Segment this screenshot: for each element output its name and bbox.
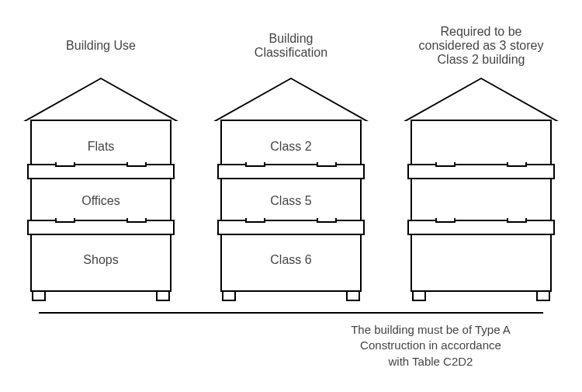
header-classification: Building Classification [255, 23, 327, 68]
floor-use-top: Flats [32, 120, 170, 172]
footnote: The building must be of Type A Construct… [322, 322, 539, 369]
floor-label: Offices [81, 194, 120, 208]
slab-icon [217, 220, 365, 235]
floors-classification: Class 2 Class 5 Class 6 [220, 120, 362, 292]
footnote-line: The building must be of Type A [351, 323, 511, 336]
building-classification: Class 2 Class 5 Class 6 [213, 78, 369, 301]
floor-req-bottom [412, 228, 550, 290]
header-line: Class 2 building [438, 53, 525, 67]
ground-line [39, 312, 543, 314]
slab-icon [27, 164, 175, 179]
floor-req-top [412, 120, 550, 172]
foot-icon [32, 290, 46, 301]
floor-label: Class 6 [270, 253, 311, 267]
roof-icon [213, 78, 369, 121]
feet [217, 290, 365, 301]
foot-icon [222, 290, 236, 301]
header-line: Classification [255, 46, 327, 60]
footnote-line: Construction in accordance [360, 338, 501, 352]
floor-label: Shops [83, 253, 118, 267]
header-line: considered as 3 storey [419, 39, 544, 53]
foot-icon [346, 290, 360, 301]
floor-label: Class 5 [270, 194, 311, 208]
floor-req-middle [412, 172, 550, 228]
floor-class-bottom: Class 6 [222, 228, 360, 290]
floor-use-bottom: Shops [32, 228, 170, 290]
floor-use-middle: Offices [32, 172, 170, 228]
footnote-line: with Table C2D2 [389, 355, 473, 368]
floor-label: Class 2 [270, 140, 311, 154]
diagram-container: Building Use Flats Offices Shops [19, 0, 563, 301]
slab-icon [407, 164, 555, 179]
column-requirement: Required to be considered as 3 storey Cl… [400, 23, 563, 301]
building-use: Flats Offices Shops [23, 78, 178, 301]
floor-class-middle: Class 5 [222, 172, 360, 228]
floor-class-top: Class 2 [222, 120, 360, 172]
foot-icon [536, 290, 550, 301]
column-building-use: Building Use Flats Offices Shops [19, 23, 182, 301]
header-requirement: Required to be considered as 3 storey Cl… [419, 23, 544, 68]
slab-icon [27, 220, 175, 235]
columns-row: Building Use Flats Offices Shops [19, 23, 563, 301]
foot-icon [412, 290, 426, 301]
slab-icon [217, 164, 365, 179]
roof-icon [23, 78, 178, 121]
feet [407, 290, 555, 301]
header-line: Required to be [441, 25, 522, 39]
column-classification: Building Classification Class 2 Class 5 … [210, 23, 372, 301]
header-line: Building Use [66, 39, 136, 53]
floors-use: Flats Offices Shops [30, 120, 171, 292]
floor-label: Flats [88, 140, 115, 154]
roof-icon [404, 78, 559, 121]
header-building-use: Building Use [66, 23, 136, 68]
header-line: Building [269, 32, 314, 46]
feet [27, 290, 175, 301]
foot-icon [156, 290, 170, 301]
floors-requirement [411, 120, 552, 292]
building-requirement [404, 78, 559, 301]
slab-icon [407, 220, 555, 235]
